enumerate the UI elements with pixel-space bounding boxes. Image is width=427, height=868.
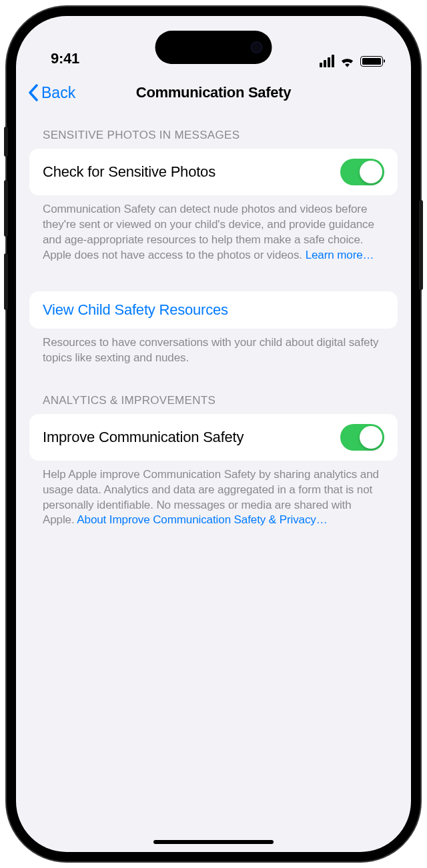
status-time: 9:41 xyxy=(51,50,79,67)
toggle-knob xyxy=(360,161,382,183)
section-header-analytics: ANALYTICS & IMPROVEMENTS xyxy=(29,394,398,414)
content: SENSITIVE PHOTOS IN MESSAGES Check for S… xyxy=(16,113,411,528)
check-sensitive-photos-toggle[interactable] xyxy=(340,159,384,185)
back-label: Back xyxy=(41,84,75,102)
view-resources-label: View Child Safety Resources xyxy=(43,301,228,319)
toggle-knob xyxy=(360,426,382,449)
page-title: Communication Safety xyxy=(136,84,291,101)
navigation-bar: Back Communication Safety xyxy=(16,73,411,113)
improve-safety-label: Improve Communication Safety xyxy=(43,429,244,446)
check-sensitive-photos-cell[interactable]: Check for Sensitive Photos xyxy=(29,149,398,195)
chevron-left-icon xyxy=(28,84,39,101)
status-icons xyxy=(320,55,383,67)
improve-safety-cell[interactable]: Improve Communication Safety xyxy=(29,414,398,461)
about-privacy-link[interactable]: About Improve Communication Safety & Pri… xyxy=(77,513,327,526)
front-camera xyxy=(251,41,263,53)
volume-up-button xyxy=(4,180,8,237)
mute-switch xyxy=(4,127,8,157)
check-sensitive-photos-label: Check for Sensitive Photos xyxy=(43,163,216,181)
battery-icon xyxy=(360,56,383,67)
phone-frame: 9:41 xyxy=(7,7,420,861)
improve-safety-toggle[interactable] xyxy=(340,424,384,451)
screen: 9:41 xyxy=(16,16,411,852)
cellular-signal-icon xyxy=(320,55,334,67)
learn-more-link[interactable]: Learn more… xyxy=(306,249,374,261)
section-footer-sensitive: Communication Safety can detect nude pho… xyxy=(29,195,398,263)
power-button xyxy=(419,200,423,290)
section-header-sensitive: SENSITIVE PHOTOS IN MESSAGES xyxy=(29,129,398,149)
home-indicator[interactable] xyxy=(153,840,274,844)
section-footer-resources: Resources to have conversations with you… xyxy=(29,329,398,366)
wifi-icon xyxy=(340,55,355,67)
dynamic-island xyxy=(155,31,272,64)
view-resources-cell[interactable]: View Child Safety Resources xyxy=(29,291,398,329)
back-button[interactable]: Back xyxy=(28,84,75,102)
volume-down-button xyxy=(4,253,8,310)
section-footer-analytics: Help Apple improve Communication Safety … xyxy=(29,461,398,529)
